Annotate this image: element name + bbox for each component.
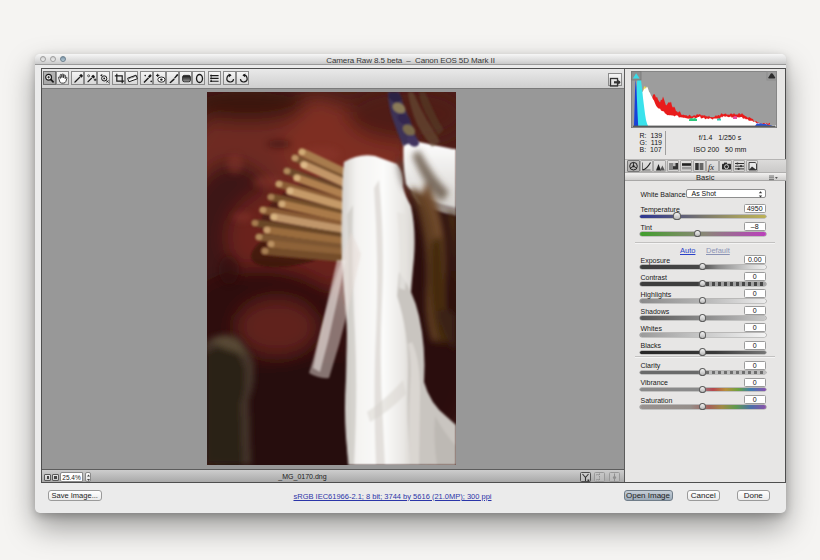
svg-text:fx: fx [708, 162, 714, 172]
